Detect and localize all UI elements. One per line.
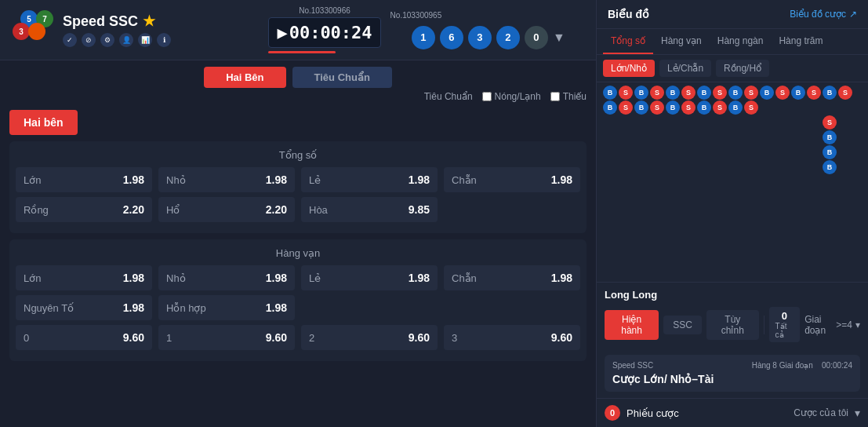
right-panel-title: Biểu đồ [608,8,649,20]
ll-btn-ssc[interactable]: SSC [663,316,702,334]
cell-s: S [775,86,790,100]
cell-s: S [807,86,821,100]
chart-tab-hang-ngan[interactable]: Hàng ngàn [710,29,772,54]
bet-ho[interactable]: Hổ 2.20 [158,197,295,222]
tong-so-row-2: Rồng 2.20 Hổ 2.20 Hòa 9.85 [9,197,587,222]
info-icon[interactable]: ℹ [157,33,171,47]
bet-hv-lon[interactable]: Lớn 1.98 [16,265,152,290]
hang-van-bottom-row: 0 9.60 1 9.60 2 9.60 3 9.60 [9,325,587,350]
nong-lanh-checkbox[interactable]: Nóng/Lạnh [482,91,541,102]
balls-area: No.103300965 1 6 3 2 0 ▼ [390,11,587,49]
bet-hv-chan[interactable]: Chẵn 1.98 [444,265,580,290]
cell-empty [728,115,743,130]
cell-empty [728,160,743,174]
cell-b: B [791,86,805,100]
cell-empty [807,130,821,144]
timer-area: No.103300966 ▶ 00:00:24 [268,6,380,53]
bet-chan[interactable]: Chẵn 1.98 [444,167,580,192]
le-odds: 1.98 [409,173,430,186]
shield-icon[interactable]: ✓ [63,33,77,47]
bet-num-2[interactable]: 2 9.60 [301,325,438,350]
tab-tieu-chuan[interactable]: Tiêu Chuẩn [292,67,392,88]
cell-empty [634,160,648,174]
le-label: Lẻ [309,174,321,186]
tab-hai-ben[interactable]: Hai Bên [204,67,285,88]
bet-le[interactable]: Lẻ 1.98 [301,167,438,192]
cell-empty [666,130,680,144]
sub-tab-rong-ho[interactable]: Rồng/Hổ [716,60,769,77]
thieu-checkbox[interactable]: Thiếu [550,91,587,102]
chevron-down-icon[interactable]: ▾ [855,319,860,330]
cell-empty [760,145,774,159]
phieu-count: 0 [605,405,620,421]
cell-empty [603,130,617,144]
chart-row-1: B S B S B S B S B S B S B S B S [603,86,862,100]
bet-hoa[interactable]: Hòa 9.85 [301,197,438,222]
long-long-section: Long Long Hiện hành SSC Tùy chỉnh 0 Tất … [597,282,868,355]
bet-num-0[interactable]: 0 9.60 [16,325,152,350]
cell-b: B [823,130,837,144]
game-card-info: Hàng 8 Giai đoạn 00:00:24 [752,361,852,370]
cell-empty [744,145,758,159]
num-3-label: 3 [452,332,457,344]
sub-tab-lon-nho[interactable]: Lớn/Nhỏ [603,60,655,77]
expand-phieu-icon[interactable]: ▾ [855,407,860,419]
chart-row-3: S [603,115,862,130]
block-icon[interactable]: ⊘ [82,33,96,47]
bet-hon-hop[interactable]: Hỗn hợp 1.98 [158,295,295,320]
bet-num-3[interactable]: 3 9.60 [444,325,580,350]
cell-s: S [619,86,633,100]
game-card-timer: 00:00:24 [822,361,852,370]
bieu-do-cuoc-text: Biểu đồ cược [790,9,846,20]
bet-rong[interactable]: Rồng 2.20 [16,197,152,222]
hai-ben-button[interactable]: Hai bên [9,110,78,135]
chart-tab-hang-tram[interactable]: Hàng trăm [771,29,830,54]
bet-hv-le[interactable]: Lẻ 1.98 [301,265,438,290]
bieu-do-cuoc-link[interactable]: Biểu đồ cược ↗ [790,9,857,20]
nong-lanh-check[interactable] [482,92,492,101]
cell-empty [791,145,805,159]
chart-tab-tong-so[interactable]: Tổng số [603,29,653,54]
chart-icon[interactable]: 📊 [138,33,152,47]
game-card-bet: Cược Lớn/ Nhỏ–Tài [612,373,852,385]
hv-le-label: Lẻ [309,272,321,284]
chan-odds: 1.98 [551,173,572,186]
tong-so-row-1: Lớn 1.98 Nhỏ 1.98 Lẻ 1.98 Chẵn 1.98 [9,167,587,192]
person-icon[interactable]: 👤 [119,33,133,47]
ll-stage: Giai đoạn >=4 ▾ [804,314,860,336]
cell-empty [744,160,758,174]
game-title-area: Speed SSC ★ ✓ ⊘ ⚙ 👤 📊 ℹ [63,13,259,47]
cell-empty [791,130,805,144]
sub-tab-le-chan[interactable]: Lẻ/Chẵn [659,60,711,77]
num-1-odds: 9.60 [266,331,287,344]
gear-icon[interactable]: ⚙ [100,33,114,47]
thieu-check[interactable] [550,92,560,101]
chart-tab-hang-van[interactable]: Hàng vạn [653,29,710,54]
ll-btn-hien-hanh[interactable]: Hiện hành [605,310,659,340]
chart-row-6: B [603,160,862,174]
num-3-odds: 9.60 [551,331,572,344]
cell-empty [634,145,648,159]
bet-num-1[interactable]: 1 9.60 [158,325,295,350]
bet-lon[interactable]: Lớn 1.98 [16,167,152,192]
expand-results-button[interactable]: ▼ [553,31,565,45]
cell-empty [728,130,743,144]
bet-empty-3 [444,295,580,320]
bet-nguyen-to[interactable]: Nguyên Tố 1.98 [16,295,152,320]
num-0-label: 0 [24,332,29,344]
bet-empty-2 [301,295,438,320]
chan-label: Chẵn [452,174,477,186]
cell-empty [681,160,695,174]
star-icon: ★ [143,13,155,30]
hv-lon-label: Lớn [24,272,41,284]
cell-empty [744,130,758,144]
tieu-chuan-label: Tiêu Chuẩn [424,91,473,102]
cell-empty [760,130,774,144]
ll-btn-tuy-chinh[interactable]: Tùy chỉnh [706,310,759,340]
phieu-label: Phiếu cược [626,407,787,419]
result-ball-1: 6 [440,26,463,49]
cell-empty [807,115,821,130]
cell-empty [619,115,633,130]
bet-hv-nho[interactable]: Nhỏ 1.98 [158,265,295,290]
bet-nho[interactable]: Nhỏ 1.98 [158,167,295,192]
